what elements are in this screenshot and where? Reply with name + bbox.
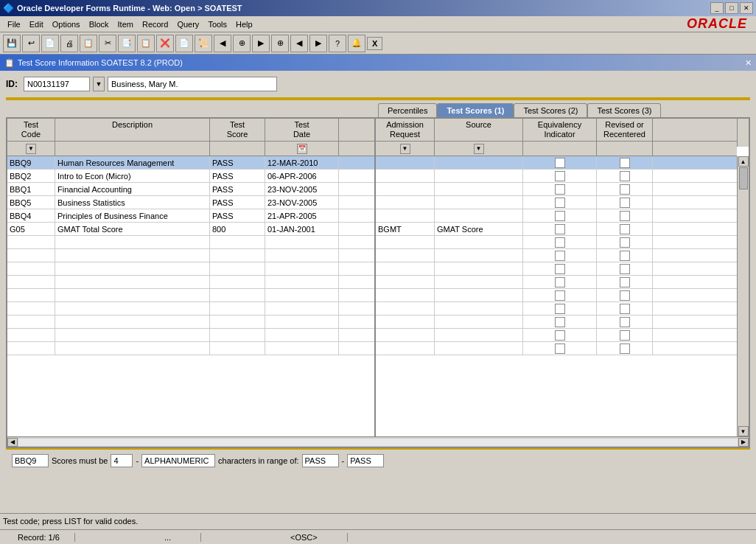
- toolbar-btn-4[interactable]: 🖨: [60, 35, 78, 52]
- table-row-right[interactable]: [376, 315, 737, 329]
- rev-checkbox[interactable]: [620, 198, 630, 208]
- toolbar-btn-7[interactable]: 📑: [118, 35, 136, 52]
- id-dropdown-btn[interactable]: ▼: [93, 77, 105, 91]
- table-row[interactable]: [7, 249, 374, 262]
- cell-rev[interactable]: [597, 156, 653, 169]
- table-row-right[interactable]: [376, 302, 737, 315]
- table-row[interactable]: BBQ4 Principles of Business Finance PASS…: [7, 209, 374, 223]
- table-row[interactable]: BBQ5 Business Statistics PASS 23-NOV-200…: [7, 196, 374, 209]
- toolbar-btn-19[interactable]: 🔔: [348, 35, 365, 52]
- toolbar-btn-6[interactable]: ✂: [99, 35, 116, 52]
- tab-test-scores-2[interactable]: Test Scores (2): [514, 103, 587, 117]
- toolbar-btn-1[interactable]: 💾: [3, 35, 21, 52]
- table-row-right[interactable]: [376, 183, 737, 196]
- rev-checkbox[interactable]: [620, 211, 630, 221]
- toolbar-btn-5[interactable]: 📋: [80, 35, 97, 52]
- table-row-right[interactable]: [376, 329, 737, 342]
- menu-options[interactable]: Options: [48, 18, 85, 30]
- table-row-right[interactable]: [376, 342, 737, 355]
- bottom-value1-field[interactable]: [111, 454, 133, 467]
- menu-tools[interactable]: Tools: [203, 18, 231, 30]
- source-dropdown-btn[interactable]: ▼: [474, 144, 484, 154]
- rev-checkbox[interactable]: [620, 224, 630, 234]
- table-row[interactable]: [7, 276, 374, 289]
- close-button[interactable]: ✕: [740, 2, 753, 14]
- bottom-range-end-field[interactable]: [347, 454, 384, 467]
- toolbar-btn-11[interactable]: 📜: [195, 35, 212, 52]
- table-row-right[interactable]: [376, 276, 737, 289]
- calendar-btn[interactable]: 📅: [297, 144, 307, 154]
- table-row[interactable]: BBQ1 Financial Accounting PASS 23-NOV-20…: [7, 183, 374, 196]
- rev-checkbox[interactable]: [620, 184, 630, 195]
- equiv-checkbox[interactable]: [555, 224, 565, 234]
- form-close-arrow[interactable]: ✕: [745, 58, 752, 68]
- table-row-right[interactable]: [376, 209, 737, 223]
- tab-test-scores-1[interactable]: Test Scores (1): [437, 103, 514, 117]
- table-row[interactable]: G05 GMAT Total Score 800 01-JAN-2001: [7, 223, 374, 236]
- table-row[interactable]: [7, 342, 374, 355]
- bottom-range-start-field[interactable]: [302, 454, 339, 467]
- table-row[interactable]: [7, 315, 374, 329]
- cell-desc: GMAT Total Score: [55, 223, 210, 235]
- table-row[interactable]: [7, 262, 374, 276]
- equiv-checkbox[interactable]: [555, 184, 565, 195]
- scroll-down-btn[interactable]: ▼: [738, 426, 749, 436]
- toolbar-close-btn[interactable]: X: [367, 37, 382, 50]
- toolbar-btn-17[interactable]: ▶: [309, 35, 327, 52]
- scroll-thumb[interactable]: [739, 167, 748, 189]
- toolbar-btn-9[interactable]: ❌: [156, 35, 174, 52]
- rev-checkbox[interactable]: [620, 158, 630, 168]
- cell-code: G05: [7, 223, 55, 235]
- table-row-right[interactable]: [376, 156, 737, 170]
- tab-percentiles[interactable]: Percentiles: [378, 103, 437, 117]
- equiv-checkbox[interactable]: [555, 158, 565, 168]
- table-row[interactable]: [7, 329, 374, 342]
- minimize-button[interactable]: _: [710, 2, 724, 14]
- menu-block[interactable]: Block: [85, 18, 113, 30]
- menu-record[interactable]: Record: [138, 18, 172, 30]
- name-input[interactable]: [108, 77, 277, 91]
- toolbar-btn-15[interactable]: ⊕: [271, 35, 289, 52]
- id-input[interactable]: [24, 77, 90, 91]
- toolbar-btn-18[interactable]: ?: [329, 35, 346, 52]
- toolbar-btn-16[interactable]: ◀: [290, 35, 308, 52]
- bottom-type-field[interactable]: [141, 454, 215, 467]
- toolbar-btn-12[interactable]: ◀: [214, 35, 231, 52]
- menu-edit[interactable]: Edit: [25, 18, 48, 30]
- maximize-button[interactable]: □: [725, 2, 738, 14]
- table-row[interactable]: [7, 289, 374, 302]
- menu-query[interactable]: Query: [172, 18, 203, 30]
- table-row[interactable]: [7, 302, 374, 315]
- toolbar-btn-8[interactable]: 📋: [137, 35, 155, 52]
- toolbar-btn-14[interactable]: ▶: [252, 35, 270, 52]
- menu-help[interactable]: Help: [231, 18, 257, 30]
- equiv-checkbox[interactable]: [555, 211, 565, 221]
- hscroll-left-btn[interactable]: ◀: [7, 438, 18, 447]
- toolbar-btn-13[interactable]: ⊕: [233, 35, 251, 52]
- table-row[interactable]: [7, 236, 374, 249]
- table-row-right[interactable]: BGMT GMAT Score: [376, 223, 737, 236]
- rev-checkbox[interactable]: [620, 171, 630, 181]
- menu-file[interactable]: File: [3, 18, 25, 30]
- equiv-checkbox[interactable]: [555, 171, 565, 181]
- table-row-right[interactable]: [376, 236, 737, 249]
- test-code-dropdown-btn[interactable]: ▼: [26, 144, 36, 154]
- table-row-right[interactable]: [376, 289, 737, 302]
- toolbar-btn-10[interactable]: 📄: [175, 35, 193, 52]
- cell-equiv[interactable]: [523, 156, 597, 169]
- scroll-up-btn[interactable]: ▲: [738, 156, 749, 167]
- admission-dropdown-btn[interactable]: ▼: [400, 144, 410, 154]
- table-row[interactable]: BBQ2 Intro to Econ (Micro) PASS 06-APR-2…: [7, 170, 374, 183]
- bottom-code-field[interactable]: [12, 454, 49, 467]
- table-row-right[interactable]: [376, 196, 737, 209]
- tab-test-scores-3[interactable]: Test Scores (3): [587, 103, 661, 117]
- menu-item[interactable]: Item: [113, 18, 138, 30]
- table-row-right[interactable]: [376, 249, 737, 262]
- table-row-right[interactable]: [376, 170, 737, 183]
- hscroll-right-btn[interactable]: ▶: [738, 438, 749, 447]
- table-row-right[interactable]: [376, 262, 737, 276]
- equiv-checkbox[interactable]: [555, 198, 565, 208]
- table-row[interactable]: BBQ9 Human Resources Management PASS 12-…: [7, 156, 374, 170]
- toolbar-btn-3[interactable]: 📄: [41, 35, 59, 52]
- toolbar-btn-2[interactable]: ↩: [22, 35, 40, 52]
